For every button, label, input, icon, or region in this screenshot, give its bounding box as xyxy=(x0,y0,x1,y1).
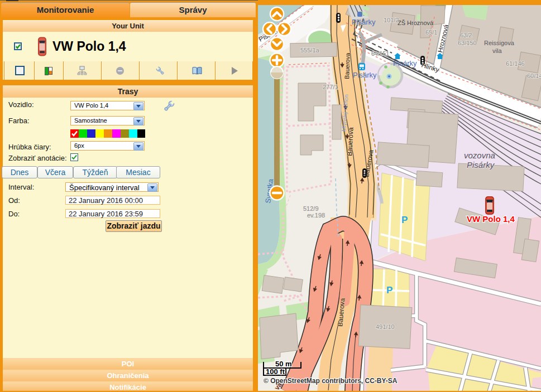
svg-text:63/2: 63/2 xyxy=(460,32,472,38)
svg-text:100 ft: 100 ft xyxy=(266,367,285,376)
svg-text:P: P xyxy=(386,285,392,296)
svg-text:64/151: 64/151 xyxy=(371,50,389,57)
svg-text:61/146: 61/146 xyxy=(506,60,525,67)
svg-text:vila: vila xyxy=(492,47,502,54)
svg-text:vozovna: vozovna xyxy=(464,151,495,160)
svg-text:ev.198: ev.198 xyxy=(307,212,325,219)
svg-text:ZŠ Hroznová: ZŠ Hroznová xyxy=(398,20,434,26)
svg-text:60/14: 60/14 xyxy=(527,72,541,79)
svg-text:101/2: 101/2 xyxy=(384,17,399,23)
svg-text:Bauerova: Bauerova xyxy=(346,127,355,156)
svg-text:Bauerova: Bauerova xyxy=(343,52,351,79)
svg-text:50 m: 50 m xyxy=(275,360,292,368)
svg-text:P: P xyxy=(401,215,408,225)
svg-text:Pisárky: Pisárky xyxy=(353,71,377,79)
svg-text:© OpenStreetMap contributors,: © OpenStreetMap contributors, CC-BY-SA xyxy=(264,377,398,385)
svg-text:63/150: 63/150 xyxy=(458,40,477,46)
svg-text:Pisárky: Pisárky xyxy=(393,59,417,67)
svg-text:277/1: 277/1 xyxy=(323,84,338,90)
svg-text:VW Polo 1,4: VW Polo 1,4 xyxy=(467,214,515,224)
svg-text:512/9: 512/9 xyxy=(303,205,319,212)
svg-text:Pisárky: Pisárky xyxy=(352,18,376,26)
svg-text:65/1: 65/1 xyxy=(425,29,437,36)
svg-text:Reissigova: Reissigova xyxy=(484,40,515,46)
svg-text:491/10: 491/10 xyxy=(376,323,395,330)
svg-text:555/1a: 555/1a xyxy=(300,47,320,54)
svg-text:Pisárky: Pisárky xyxy=(467,160,495,170)
